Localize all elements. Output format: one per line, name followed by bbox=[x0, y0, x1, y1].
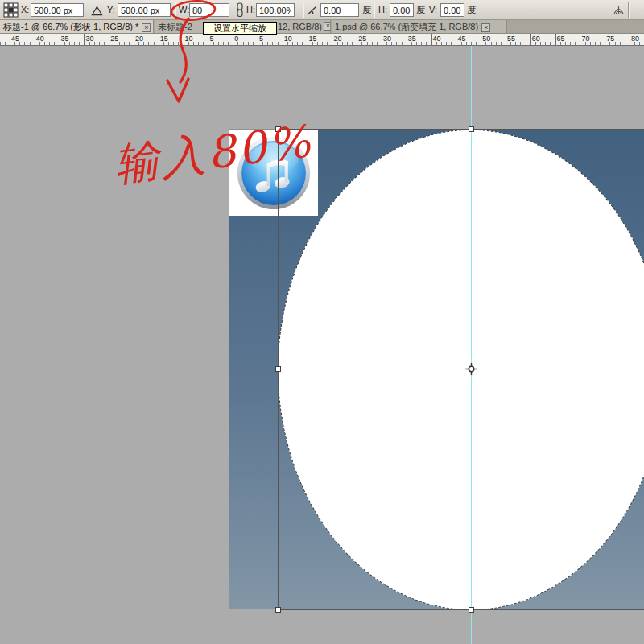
tab-close-button[interactable]: × bbox=[324, 22, 331, 31]
y-position-label: Y: bbox=[107, 0, 115, 20]
document-tab-3[interactable]: 1.psd @ 66.7% (渐变填充 1, RGB/8)× bbox=[332, 20, 507, 33]
x-position-input[interactable] bbox=[31, 3, 84, 17]
transform-handle-top-left[interactable] bbox=[275, 126, 281, 132]
transform-options-bar: X: Y: W: H: 度 H: 度 V: 度 bbox=[0, 0, 644, 20]
width-scale-label: W: bbox=[179, 0, 189, 20]
transform-center-reference-point[interactable] bbox=[465, 363, 477, 375]
vertical-guide[interactable] bbox=[471, 46, 472, 644]
v-skew-unit: 度 bbox=[467, 0, 476, 20]
tab-title: 1.psd @ 66.7% (渐变填充 1, RGB/8) bbox=[335, 22, 478, 31]
height-scale-input[interactable] bbox=[256, 3, 295, 17]
x-position-label: X: bbox=[21, 0, 29, 20]
itunes-icon bbox=[236, 135, 312, 211]
transform-handle-middle-left[interactable] bbox=[275, 366, 281, 372]
v-skew-label: V: bbox=[429, 0, 437, 20]
tooltip-set-horizontal-scale: 设置水平缩放 bbox=[203, 22, 277, 35]
transform-top-edge[interactable] bbox=[278, 129, 644, 130]
ellipse-shape-layer[interactable] bbox=[278, 130, 644, 609]
transform-handle-bottom-middle[interactable] bbox=[469, 607, 474, 613]
separator bbox=[628, 2, 630, 18]
photoshop-window: X: Y: W: H: 度 H: 度 V: 度 bbox=[0, 0, 644, 644]
horizontal-ruler[interactable]: 4540353025201510505101520253035404550556… bbox=[0, 34, 644, 46]
horizontal-guide[interactable] bbox=[0, 369, 644, 369]
transform-bottom-edge[interactable] bbox=[278, 609, 644, 610]
h-skew-input[interactable] bbox=[390, 3, 414, 17]
rotate-angle-input[interactable] bbox=[320, 3, 359, 17]
itunes-icon-tile bbox=[229, 130, 318, 216]
transform-handle-bottom-left[interactable] bbox=[275, 607, 281, 613]
reference-point-locator-icon[interactable] bbox=[3, 2, 19, 18]
y-position-input[interactable] bbox=[118, 3, 171, 17]
separator bbox=[175, 2, 176, 18]
v-skew-input[interactable] bbox=[440, 3, 464, 17]
canvas-pasteboard[interactable] bbox=[0, 46, 644, 644]
separator bbox=[303, 2, 304, 18]
h-skew-label: H: bbox=[378, 0, 387, 20]
transform-handle-top-middle[interactable] bbox=[469, 126, 474, 132]
tab-title-left: 未标题-2 bbox=[158, 22, 192, 31]
h-skew-unit: 度 bbox=[416, 0, 425, 20]
tab-title-right: 12, RGB/8) * bbox=[278, 20, 328, 33]
relative-positioning-icon[interactable] bbox=[91, 6, 103, 16]
tab-close-button[interactable]: × bbox=[142, 23, 151, 32]
rotate-angle-icon bbox=[308, 5, 319, 15]
height-scale-label: H: bbox=[246, 0, 255, 20]
tab-close-button[interactable]: × bbox=[481, 23, 490, 32]
document-tab-bar: 标题-1 @ 66.7% (形状 1, RGB/8) *× 未标题-2 12, … bbox=[0, 20, 644, 34]
warp-mode-icon[interactable] bbox=[612, 3, 625, 17]
width-scale-input[interactable] bbox=[189, 3, 229, 17]
maintain-aspect-ratio-link-icon[interactable] bbox=[235, 2, 245, 18]
rotate-angle-unit: 度 bbox=[362, 0, 371, 20]
tab-title: 标题-1 @ 66.7% (形状 1, RGB/8) * bbox=[3, 22, 138, 31]
document-tab-1[interactable]: 标题-1 @ 66.7% (形状 1, RGB/8) *× bbox=[0, 20, 154, 33]
separator bbox=[374, 2, 375, 18]
